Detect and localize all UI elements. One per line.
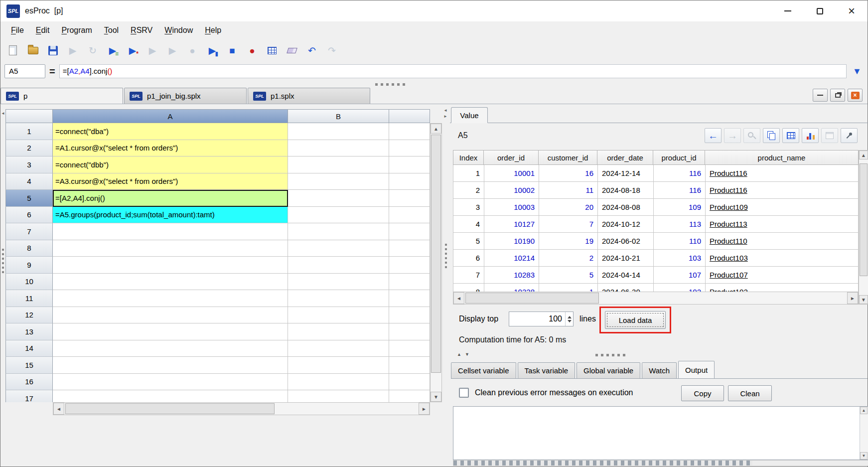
cell-A10[interactable]	[53, 274, 288, 291]
scroll-thumb[interactable]	[465, 293, 599, 304]
scroll-down-icon[interactable]: ▼	[431, 392, 441, 402]
table-horizontal-scrollbar[interactable]: ◄ ►	[453, 292, 859, 305]
cell-B12[interactable]	[288, 307, 389, 324]
column-header-b[interactable]: B	[288, 109, 389, 123]
scroll-thumb[interactable]	[453, 461, 752, 466]
cell-A15[interactable]	[53, 357, 288, 374]
panel-splitter[interactable]: ◄ ►	[442, 104, 450, 467]
scroll-thumb[interactable]	[431, 135, 441, 373]
cell-A16[interactable]	[53, 374, 288, 391]
menu-tool[interactable]: Tool	[99, 24, 124, 37]
row-header-17[interactable]: 17	[5, 390, 53, 402]
cell-A11[interactable]	[53, 290, 288, 307]
menu-program[interactable]: Program	[56, 24, 97, 37]
menu-file[interactable]: File	[5, 24, 29, 37]
scroll-down-icon[interactable]: ▼	[860, 452, 868, 460]
row-header-8[interactable]: 8	[5, 240, 53, 257]
cell-partial-12[interactable]	[389, 307, 430, 324]
cell-B5[interactable]	[288, 190, 389, 207]
scroll-up-icon[interactable]: ▲	[860, 407, 868, 414]
new-file-icon[interactable]	[4, 42, 21, 58]
output-textarea[interactable]: ▲ ▼	[453, 406, 868, 460]
row-header-14[interactable]: 14	[5, 340, 53, 357]
row-header-13[interactable]: 13	[5, 323, 53, 340]
tab-output[interactable]: Output	[678, 361, 715, 378]
row-header-15[interactable]: 15	[5, 357, 53, 374]
cell-partial-5[interactable]	[389, 190, 430, 207]
minimize-button[interactable]	[772, 0, 804, 21]
cell-A2[interactable]: =A1.cursor@x("select * from orders")	[53, 140, 288, 157]
row-header-7[interactable]: 7	[5, 223, 53, 240]
toolbar-splitter[interactable]	[0, 81, 868, 87]
cell-A8[interactable]	[53, 240, 288, 257]
save-icon[interactable]	[44, 42, 61, 58]
cell-A3[interactable]: =connect("dbb")	[53, 156, 288, 173]
scroll-up-icon[interactable]: ▲	[859, 151, 868, 159]
formula-input[interactable]: =[A2,A4].conj()	[59, 64, 847, 78]
stop-icon[interactable]: ■	[224, 42, 241, 58]
editor-tab-p[interactable]: SPLp	[0, 88, 123, 104]
clear-icon[interactable]	[284, 42, 300, 58]
cell-B16[interactable]	[288, 374, 389, 391]
cell-partial-2[interactable]	[389, 140, 430, 157]
cell-partial-11[interactable]	[389, 290, 430, 307]
sheet-close-button[interactable]: ×	[848, 89, 863, 102]
cell-B7[interactable]	[288, 223, 389, 240]
cell-A4[interactable]: =A3.cursor@x("select * from orders")	[53, 173, 288, 190]
sheet-vertical-scrollbar[interactable]: ▲ ▼	[430, 123, 442, 402]
chart-view-icon[interactable]	[802, 128, 819, 143]
grid-view-icon[interactable]	[782, 128, 799, 143]
cell-partial-9[interactable]	[389, 257, 430, 274]
row-header-1[interactable]: 1	[5, 123, 53, 140]
cell-A7[interactable]	[53, 223, 288, 240]
scroll-thumb[interactable]	[65, 403, 275, 414]
row-header-16[interactable]: 16	[5, 374, 53, 391]
menu-edit[interactable]: Edit	[30, 24, 55, 37]
cell-partial-17[interactable]	[389, 390, 430, 402]
cell-B11[interactable]	[288, 290, 389, 307]
row-header-9[interactable]: 9	[5, 257, 53, 274]
expand-formula-button[interactable]: ▼	[851, 64, 864, 78]
sheet-horizontal-scrollbar[interactable]: ◄ ►	[53, 402, 430, 415]
row-header-4[interactable]: 4	[5, 173, 53, 190]
copy-value-icon[interactable]	[763, 128, 780, 143]
cell-A5[interactable]: =[A2,A4].conj()	[53, 190, 288, 207]
cell-B1[interactable]	[288, 123, 389, 140]
row-header-2[interactable]: 2	[5, 140, 53, 157]
left-splitter[interactable]: ◄	[0, 109, 5, 418]
maximize-button[interactable]	[804, 0, 836, 21]
step-execute-icon[interactable]: ▶▮	[204, 42, 221, 58]
row-header-6[interactable]: 6	[5, 207, 53, 224]
menu-window[interactable]: Window	[159, 24, 198, 37]
scroll-right-icon[interactable]: ►	[847, 292, 858, 304]
row-header-11[interactable]: 11	[5, 290, 53, 307]
editor-tab-p1-splx[interactable]: SPLp1.splx	[248, 88, 370, 104]
cell-A12[interactable]	[53, 307, 288, 324]
scroll-down-icon[interactable]: ▼	[859, 295, 868, 304]
open-file-icon[interactable]	[24, 42, 41, 58]
menu-rsrv[interactable]: RSRV	[125, 24, 158, 37]
cell-A13[interactable]	[53, 323, 288, 340]
load-data-button[interactable]: Load data	[605, 311, 666, 329]
output-horizontal-scrollbar[interactable]	[453, 460, 868, 466]
break-icon[interactable]: ●	[244, 42, 261, 58]
pin-viewer-icon[interactable]	[841, 128, 858, 143]
cell-A14[interactable]	[53, 340, 288, 357]
cell-partial-14[interactable]	[389, 340, 430, 357]
clean-button[interactable]: Clean	[728, 385, 772, 401]
column-header-a[interactable]: A	[53, 109, 288, 123]
cell-partial-7[interactable]	[389, 223, 430, 240]
cell-B8[interactable]	[288, 240, 389, 257]
cell-B4[interactable]	[288, 173, 389, 190]
row-header-12[interactable]: 12	[5, 307, 53, 324]
sheet-restore-button[interactable]	[830, 89, 845, 102]
copy-button[interactable]: Copy	[681, 385, 724, 401]
table-vertical-scrollbar[interactable]: ▲ ▼	[859, 150, 868, 305]
column-header-partial[interactable]	[389, 109, 430, 123]
collapse-down-icon[interactable]: ▼	[465, 352, 469, 357]
cell-B13[interactable]	[288, 323, 389, 340]
back-icon[interactable]	[705, 128, 722, 143]
menu-help[interactable]: Help	[199, 24, 227, 37]
collapse-right-icon[interactable]: ►	[443, 114, 447, 119]
cell-B10[interactable]	[288, 274, 389, 291]
